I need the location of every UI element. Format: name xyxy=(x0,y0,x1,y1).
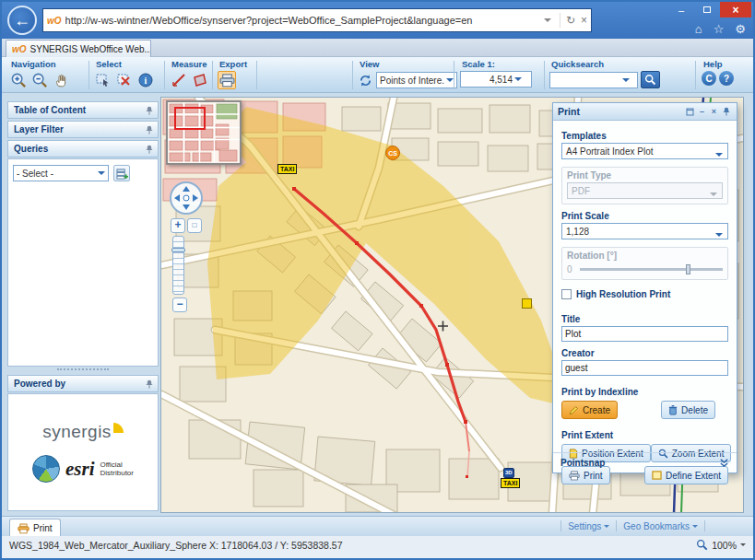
rotation-slider-handle[interactable] xyxy=(686,264,690,274)
zoom-in-button[interactable]: + xyxy=(171,218,185,233)
group-export-label: Export xyxy=(218,59,247,69)
quicksearch-combo[interactable] xyxy=(549,72,638,88)
browser-tab[interactable]: wO SYNERGIS WebOffice Web... xyxy=(6,40,151,57)
toolbar-expand-down-icon[interactable] xyxy=(332,74,339,81)
back-button[interactable]: ← xyxy=(7,6,37,35)
minimize-button[interactable]: – xyxy=(668,2,694,18)
help-contact-icon[interactable]: C xyxy=(702,71,716,86)
favorites-star-icon[interactable]: ☆ xyxy=(714,22,725,36)
group-select-label: Select xyxy=(94,59,155,69)
coordinate-readout: WGS_1984_Web_Mercator_Auxiliary_Sphere X… xyxy=(9,540,343,551)
divider xyxy=(560,520,561,531)
compass-pan-icon[interactable] xyxy=(169,181,204,216)
transit-station-marker[interactable]: 3D xyxy=(503,468,514,478)
synergis-logo: synergis xyxy=(42,422,124,442)
panel-header-table-of-content[interactable]: Table of Content xyxy=(7,101,159,119)
pointsnap-section[interactable]: Pointsnap xyxy=(553,452,737,472)
select-rectangle-icon[interactable] xyxy=(94,71,112,89)
scale-input[interactable] xyxy=(461,73,513,86)
home-icon[interactable]: ⌂ xyxy=(695,22,702,36)
pin-icon[interactable] xyxy=(720,106,732,118)
group-view-label: View xyxy=(358,59,457,69)
zoom-out-icon[interactable] xyxy=(30,71,49,89)
float-window-icon[interactable] xyxy=(684,106,696,118)
group-navigation-label: Navigation xyxy=(9,59,70,69)
clear-selection-icon[interactable] xyxy=(115,71,134,89)
cs-poi-marker[interactable]: CS xyxy=(385,146,400,160)
pointsnap-label: Pointsnap xyxy=(560,458,605,468)
print-panel-title: Print xyxy=(558,106,580,117)
queries-select[interactable]: - Select - xyxy=(13,165,109,181)
status-bar: WGS_1984_Web_Mercator_Auxiliary_Sphere X… xyxy=(2,536,753,558)
stop-icon[interactable]: × xyxy=(581,14,587,27)
printer-icon xyxy=(18,523,29,534)
url-dropdown-icon[interactable] xyxy=(544,18,551,26)
geo-bookmarks-link[interactable]: Geo Bookmarks xyxy=(623,521,698,531)
magnifier-icon xyxy=(696,539,708,551)
rotation-value: 0 xyxy=(567,264,572,274)
chevron-down-icon xyxy=(446,78,454,86)
zoom-out-button[interactable]: − xyxy=(172,298,187,312)
sidebar-splitter[interactable] xyxy=(57,368,109,370)
high-resolution-checkbox[interactable] xyxy=(561,289,572,299)
identify-info-icon[interactable]: i xyxy=(136,71,155,89)
minimize-panel-icon[interactable]: – xyxy=(696,106,708,118)
print-extent-label: Print Extent xyxy=(561,430,728,440)
search-button[interactable] xyxy=(641,71,660,88)
measure-line-icon[interactable] xyxy=(170,71,188,89)
pan-hand-icon[interactable] xyxy=(52,71,70,89)
view-select[interactable]: Points of Intere... xyxy=(376,72,457,88)
print-scale-select[interactable]: 1,128 xyxy=(561,223,728,239)
close-panel-icon[interactable]: × xyxy=(708,106,720,118)
pin-icon[interactable] xyxy=(145,145,154,154)
print-scale-label: Print Scale xyxy=(561,211,728,221)
tab-title: SYNERGIS WebOffice Web... xyxy=(30,44,151,54)
rotation-slider[interactable] xyxy=(580,268,723,271)
expand-double-chevron-icon[interactable] xyxy=(719,458,729,468)
search-icon xyxy=(644,74,656,86)
maximize-button[interactable] xyxy=(694,2,720,18)
overview-map[interactable] xyxy=(166,100,242,165)
chevron-down-icon xyxy=(98,171,105,179)
powered-by-panel: synergis esri Official Distributor xyxy=(7,393,159,511)
print-export-icon[interactable] xyxy=(218,71,236,89)
taxi-stand-marker[interactable]: TAXI xyxy=(277,164,297,174)
taxi-stand-marker[interactable]: TAXI xyxy=(501,478,520,488)
box-zoom-button[interactable]: □ xyxy=(187,218,202,233)
scale-combo[interactable] xyxy=(460,71,532,88)
esri-logo: esri Official Distributor xyxy=(32,455,134,483)
settings-gear-icon[interactable]: ⚙ xyxy=(735,22,746,36)
zoom-in-icon[interactable] xyxy=(9,71,28,89)
settings-link[interactable]: Settings xyxy=(568,521,609,531)
view-refresh-icon[interactable] xyxy=(358,71,373,89)
high-resolution-checkbox-row[interactable]: High Resolution Print xyxy=(561,289,728,299)
quicksearch-input[interactable] xyxy=(550,74,620,87)
pin-icon[interactable] xyxy=(145,379,154,389)
panel-header-powered-by[interactable]: Powered by xyxy=(7,375,159,392)
poi-marker[interactable] xyxy=(522,298,532,309)
pin-icon[interactable] xyxy=(145,125,154,134)
creator-input[interactable] xyxy=(561,360,728,376)
templates-select[interactable]: A4 Portrait Index Plot xyxy=(561,143,728,159)
create-indexline-button[interactable]: Create xyxy=(561,401,618,419)
print-type-label: Print Type xyxy=(567,170,723,181)
measure-area-icon[interactable] xyxy=(191,71,209,89)
pin-icon[interactable] xyxy=(145,106,154,115)
panel-header-layer-filter[interactable]: Layer Filter xyxy=(7,121,159,138)
help-question-icon[interactable]: ? xyxy=(719,71,734,86)
url-input[interactable] xyxy=(65,11,538,29)
tab-bar: wO SYNERGIS WebOffice Web... xyxy=(2,39,753,57)
toolbar-collapse-up-icon[interactable] xyxy=(332,64,339,72)
print-window-tab[interactable]: Print xyxy=(9,519,61,537)
title-input[interactable] xyxy=(561,326,728,342)
zoom-level-control[interactable]: 100% xyxy=(696,539,746,551)
add-query-icon[interactable] xyxy=(113,165,130,181)
zoom-slider-handle[interactable] xyxy=(171,248,185,252)
refresh-icon[interactable]: ↻ xyxy=(566,14,575,27)
templates-label: Templates xyxy=(561,131,728,141)
close-button[interactable]: × xyxy=(720,2,751,18)
zoom-slider[interactable] xyxy=(172,236,184,295)
delete-indexline-button[interactable]: Delete xyxy=(661,401,715,419)
panel-header-queries[interactable]: Queries xyxy=(7,140,159,158)
pencil-icon xyxy=(569,405,579,415)
